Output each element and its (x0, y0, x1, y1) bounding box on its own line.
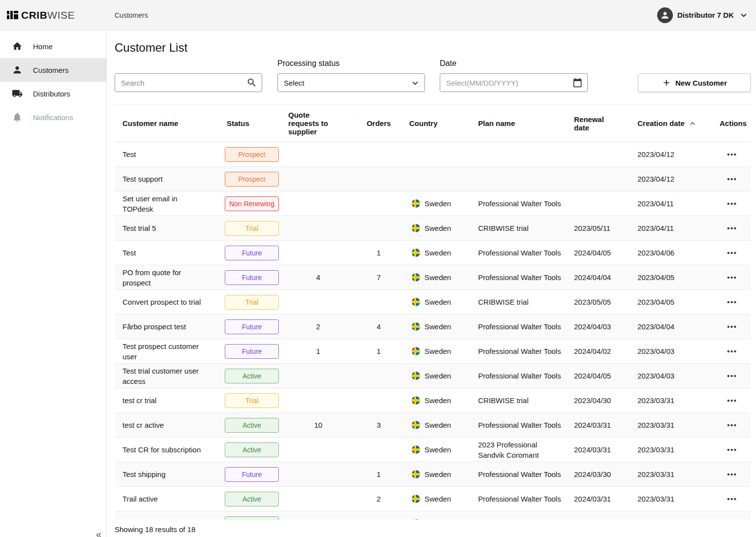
row-actions-button[interactable]: ••• (727, 495, 737, 503)
renewal-date-cell (568, 191, 632, 216)
actions-cell: ••• (714, 511, 751, 520)
user-name: Distributor 7 DK (677, 11, 734, 19)
date-input[interactable] (440, 73, 588, 92)
col-country[interactable]: Country (402, 105, 472, 142)
quote-requests-cell: 4 (288, 265, 355, 290)
col-plan-name[interactable]: Plan name (472, 105, 568, 142)
col-creation-date[interactable]: Creation date (632, 105, 714, 142)
quote-requests-cell (288, 241, 355, 265)
col-customer-name[interactable]: Customer name (115, 105, 225, 142)
status-badge: Non Renewing (225, 196, 279, 211)
creation-date-cell: 2023/04/12 (632, 167, 714, 191)
col-renewal-date[interactable]: Renewal date (568, 105, 632, 142)
country-cell: Sweden (402, 462, 472, 487)
status-badge: Future (225, 246, 279, 260)
customer-name-cell: PO from quote for prospect (115, 265, 225, 290)
filter-bar: Processing status Select Date (115, 59, 751, 92)
orders-cell: 1 (355, 241, 402, 265)
actions-cell: ••• (714, 487, 751, 511)
person-icon (11, 64, 23, 75)
table-row[interactable]: Fårbo prospect test Future 2 4 Sweden Pr… (115, 315, 751, 339)
col-orders[interactable]: Orders (355, 105, 402, 142)
creation-date-cell: 2023/03/31 (632, 413, 714, 438)
sidebar-item-notifications[interactable]: Notifications (0, 105, 106, 129)
new-customer-button[interactable]: New Customer (638, 73, 751, 92)
sidebar-item-home[interactable]: Home (0, 34, 106, 58)
table-row[interactable]: Set user email in TOPdesk Non Renewing S… (115, 191, 751, 216)
row-actions-button[interactable]: ••• (727, 322, 737, 331)
customer-name-cell: Test CR for subscription (115, 438, 225, 462)
row-actions-button[interactable]: ••• (727, 249, 737, 257)
row-actions-button[interactable]: ••• (727, 347, 737, 355)
search-input[interactable] (115, 73, 262, 92)
sweden-flag-icon (412, 421, 420, 429)
row-actions-button[interactable]: ••• (727, 175, 737, 183)
row-actions-button[interactable]: ••• (727, 273, 737, 282)
table-row[interactable]: Trail active Active 2 Sweden Professiona… (115, 487, 751, 511)
sidebar-item-customers[interactable]: Customers (0, 58, 106, 82)
table-row[interactable]: Test trial 5 Trial Sweden CRIBWISE trial… (115, 216, 751, 241)
table-row[interactable]: Test support Prospect 2023/04/12 ••• (115, 167, 751, 191)
orders-cell (355, 438, 402, 462)
table-row[interactable]: Test CR for subscription Active Sweden 2… (115, 438, 751, 462)
chevron-down-icon (738, 10, 749, 21)
quote-requests-cell (288, 216, 355, 241)
col-quote-requests[interactable]: Quote requests to supplier (288, 105, 355, 142)
row-actions-button[interactable]: ••• (727, 372, 737, 380)
quote-requests-cell (288, 142, 355, 167)
status-cell: Active (225, 413, 288, 438)
row-actions-button[interactable]: ••• (727, 396, 737, 405)
status-cell: Future (225, 339, 288, 364)
status-cell: Active (225, 511, 288, 520)
sweden-flag-icon (412, 298, 420, 306)
user-menu[interactable]: Distributor 7 DK (657, 7, 756, 23)
avatar (657, 7, 673, 23)
status-cell: Future (225, 265, 288, 290)
status-badge: Active (225, 516, 279, 520)
actions-cell: ••• (714, 388, 751, 413)
row-actions-button[interactable]: ••• (727, 421, 737, 429)
calendar-icon[interactable] (573, 78, 582, 90)
quote-requests-cell (288, 438, 355, 462)
creation-date-cell: 2023/04/11 (632, 216, 714, 241)
table-row[interactable]: PO from quote for prospect Future 4 7 Sw… (115, 265, 751, 290)
sidebar-item-distributors[interactable]: Distributors (0, 82, 106, 105)
brand-logo[interactable]: CRIBWISE (0, 9, 107, 21)
row-actions-button[interactable]: ••• (727, 519, 737, 520)
row-actions-button[interactable]: ••• (727, 298, 737, 306)
results-count: Showing 18 results of 18 (115, 525, 751, 534)
sweden-flag-icon (412, 347, 420, 355)
col-status[interactable]: Status (225, 105, 288, 142)
search-icon[interactable] (246, 77, 257, 90)
sweden-flag-icon (412, 396, 420, 405)
status-badge: Active (225, 418, 279, 433)
table-row[interactable]: Test Prospect 2023/04/12 ••• (115, 142, 751, 167)
table-row[interactable]: Test prospect customer user Future 1 1 S… (115, 339, 751, 364)
table-row[interactable]: test cr active Active 10 3 Sweden Profes… (115, 413, 751, 438)
renewal-date-cell: 2023/05/11 (568, 216, 632, 241)
row-actions-button[interactable]: ••• (727, 150, 737, 158)
table-row[interactable]: Convert prospect to trial Trial Sweden C… (115, 290, 751, 315)
processing-status-select[interactable]: Select (277, 73, 425, 92)
plan-name-cell: Professional Walter Tools (472, 462, 568, 487)
bell-icon (11, 112, 23, 123)
date-filter: Date (440, 59, 588, 92)
table-row[interactable]: Test trial customer user access Active S… (115, 364, 751, 388)
date-label: Date (440, 59, 588, 68)
actions-cell: ••• (714, 413, 751, 438)
table-row[interactable]: Test shipping Future 1 Sweden Profession… (115, 462, 751, 487)
sidebar-collapse-button[interactable]: « (96, 529, 101, 537)
table-row[interactable]: test cr trial Trial Sweden CRIBWISE tria… (115, 388, 751, 413)
topbar: CRIBWISE Customers Distributor 7 DK (0, 0, 756, 31)
row-actions-button[interactable]: ••• (727, 445, 737, 454)
sweden-flag-icon (412, 224, 420, 232)
actions-cell: ••• (714, 167, 751, 191)
row-actions-button[interactable]: ••• (727, 470, 737, 478)
table-row[interactable]: Active Sweden ••• (115, 511, 751, 520)
row-actions-button[interactable]: ••• (727, 224, 737, 232)
table-row[interactable]: Test Future 1 Sweden Professional Walter… (115, 241, 751, 265)
customer-name-cell: Test trial customer user access (115, 364, 225, 388)
creation-date-cell: 2023/03/31 (632, 462, 714, 487)
sort-asc-icon[interactable] (688, 119, 697, 128)
row-actions-button[interactable]: ••• (727, 199, 737, 208)
